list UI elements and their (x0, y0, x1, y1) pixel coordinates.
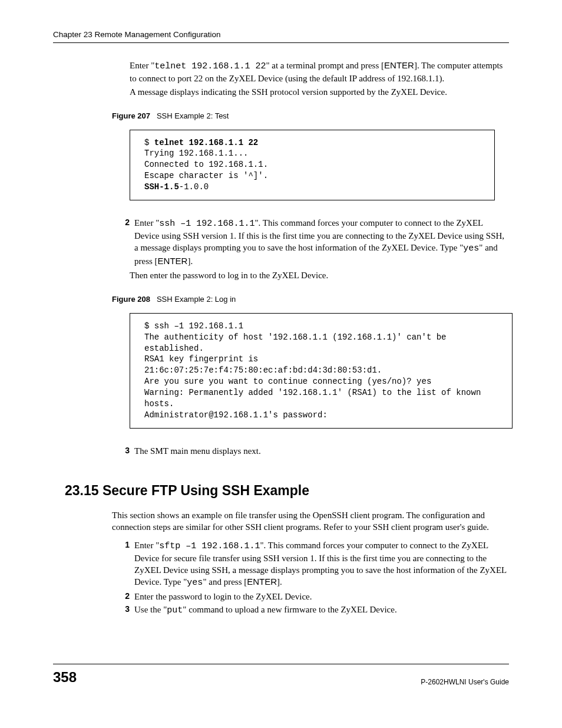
page-number: 358 (53, 668, 77, 687)
figure-207-caption: Figure 207 SSH Example 2: Test (112, 111, 509, 121)
intro-paragraph-2: A message displays indicating the SSH pr… (130, 86, 509, 98)
figure-207-code: $ telnet 192.168.1.1 22 Trying 192.168.1… (130, 130, 495, 200)
ssh-command: ssh –1 192.168.1.1 (159, 219, 254, 229)
sec-step-2-number: 2 (118, 591, 134, 602)
intro-paragraph-1: Enter "telnet 192.168.1.1 22" at a termi… (130, 60, 509, 85)
sec-step-1-row: 1 Enter "sftp –1 192.168.1.1". This comm… (118, 539, 509, 589)
sec-step-1-text: Enter "sftp –1 192.168.1.1". This comman… (134, 539, 509, 589)
sec-step-1-number: 1 (118, 539, 134, 589)
sec-step-3-row: 3 Use the "put" command to upload a new … (118, 604, 509, 617)
step-2-continuation: Then enter the password to log in to the… (130, 269, 509, 281)
section-intro-paragraph: This section shows an example on file tr… (112, 509, 509, 533)
telnet-command: telnet 192.168.1.1 22 (154, 61, 266, 71)
chapter-title: Chapter 23 Remote Management Configurati… (53, 30, 220, 39)
step-3-row: 3 The SMT main menu displays next. (118, 445, 509, 457)
step-2-text: Enter "ssh –1 192.168.1.1". This command… (134, 217, 509, 267)
page-footer: 358 P-2602HWLNI User's Guide (53, 664, 509, 687)
figure-208-caption: Figure 208 SSH Example 2: Log in (112, 294, 509, 305)
guide-title: P-2602HWLNI User's Guide (421, 677, 509, 687)
sec-step-3-text: Use the "put" command to upload a new fi… (134, 604, 509, 617)
step-2-number: 2 (118, 217, 134, 267)
put-command: put (167, 605, 183, 615)
step-3-number: 3 (118, 445, 134, 457)
sec-step-2-text: Enter the password to login to the ZyXEL… (134, 591, 509, 602)
enter-key-label: ENTER (158, 256, 188, 266)
enter-key-label: ENTER (384, 60, 414, 70)
step-3-text: The SMT main menu displays next. (134, 445, 509, 457)
page-header: Chapter 23 Remote Management Configurati… (53, 29, 509, 43)
enter-key-label: ENTER (247, 577, 277, 587)
step-2-row: 2 Enter "ssh –1 192.168.1.1". This comma… (118, 217, 509, 267)
sec-step-2-row: 2 Enter the password to login to the ZyX… (118, 591, 509, 602)
sec-step-3-number: 3 (118, 604, 134, 617)
section-23-15-heading: 23.15 Secure FTP Using SSH Example (65, 482, 509, 500)
figure-208-code: $ ssh –1 192.168.1.1 The authenticity of… (130, 313, 513, 429)
sftp-command: sftp –1 192.168.1.1 (159, 541, 260, 551)
